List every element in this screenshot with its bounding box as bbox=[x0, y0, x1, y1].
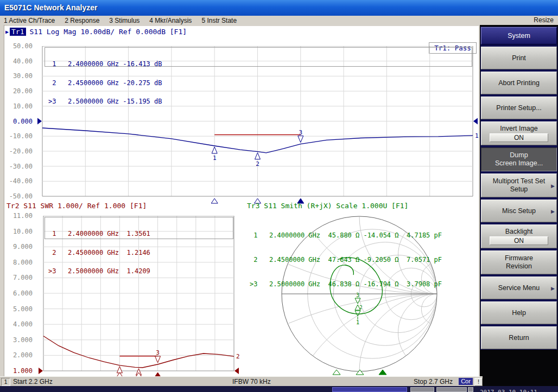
softkey-label: Backlight bbox=[505, 228, 533, 236]
softkey-firmware-revision[interactable]: FirmwareRevision bbox=[481, 250, 557, 274]
softkey-backlight-toggle[interactable]: ON bbox=[490, 236, 548, 245]
svg-text:1: 1 bbox=[213, 155, 217, 162]
tr3-marker-row: 2 2.4500000 GHz 47.643 Ω -9.2050 Ω 7.057… bbox=[250, 256, 442, 264]
menu-item-stimulus[interactable]: 3 Stimulus bbox=[109, 17, 140, 24]
y-tick-label: 50.00 bbox=[5, 42, 33, 50]
stop-frequency: Stop 2.7 GHz bbox=[414, 378, 453, 385]
tr3-marker-table: 1 2.4000000 GHz 45.880 Ω -14.054 Ω 4.718… bbox=[250, 215, 442, 305]
e5071c-window: E5071C Network Analyzer 1 Active Ch/Trac… bbox=[0, 0, 558, 392]
menu-item-active-ch-trace[interactable]: 1 Active Ch/Trace bbox=[4, 17, 55, 24]
y-tick-label: 10.00 bbox=[5, 102, 33, 110]
svg-text:2: 2 bbox=[256, 160, 259, 168]
tr1-marker-table: 1 2.4000000 GHz -16.413 dB 2 2.4500000 G… bbox=[45, 47, 472, 67]
softkey-invert-image[interactable]: Invert ImageON bbox=[481, 121, 557, 145]
y-tick-label: 10.00 bbox=[5, 228, 33, 235]
instrument-display: ▶ Tr1 S11 Log Mag 10.00dB/ Ref 0.000dB [… bbox=[4, 26, 479, 376]
tr2-marker-row: 1 2.4000000 GHz 1.3561 bbox=[48, 231, 233, 237]
y-tick-label: 7.000 bbox=[5, 274, 33, 281]
softkey-label: Screen Image... bbox=[495, 159, 543, 168]
submenu-arrow-icon: ▶ bbox=[551, 285, 555, 293]
softkey-misc-setup[interactable]: Misc Setup▶ bbox=[481, 200, 557, 222]
softkey-label: Service Menu bbox=[498, 284, 540, 292]
svg-text:3: 3 bbox=[299, 129, 302, 136]
status-bar: 1 Start 2.2 GHz IFBW 70 kHz Stop 2.7 GHz… bbox=[0, 376, 483, 386]
submenu-arrow-icon: ▶ bbox=[551, 182, 555, 190]
channel-indicator: 1 bbox=[1, 378, 10, 386]
softkey-label: Firmware bbox=[505, 254, 533, 262]
menu-item-response[interactable]: 2 Response bbox=[65, 17, 99, 24]
svg-text:1: 1 bbox=[475, 132, 478, 139]
softkey-label: Printer Setup... bbox=[496, 104, 541, 112]
y-tick-label: -20.00 bbox=[5, 147, 33, 155]
y-tick-label: 20.00 bbox=[5, 87, 33, 95]
tr1-chip: Tr1 bbox=[10, 28, 26, 36]
tr1-header[interactable]: ▶ Tr1 S11 Log Mag 10.00dB/ Ref 0.000dB [… bbox=[5, 28, 187, 36]
softkey-printer-setup[interactable]: Printer Setup... bbox=[481, 97, 557, 119]
taskbar-item[interactable] bbox=[436, 387, 467, 392]
y-tick-label: -30.00 bbox=[5, 163, 33, 170]
y-tick-label: -50.00 bbox=[5, 192, 33, 200]
softkey-help[interactable]: Help bbox=[481, 301, 557, 324]
softkey-label: Setup bbox=[510, 185, 528, 194]
softkey-dump-screen-image[interactable]: DumpScreen Image... bbox=[481, 147, 557, 171]
tr1-marker-row: >3 2.5000000 GHz -15.195 dB bbox=[48, 99, 472, 105]
taskbar-item[interactable] bbox=[410, 387, 434, 392]
softkey-label: System bbox=[508, 32, 530, 40]
tr3-marker-row: >3 2.5000000 GHz 46.838 Ω -16.794 Ω 3.79… bbox=[250, 280, 442, 288]
tr3-header[interactable]: Tr3 S11 Smith (R+jX) Scale 1.000U [F1] bbox=[247, 202, 408, 210]
y-tick-label: 5.000 bbox=[5, 305, 33, 313]
menu-item-instr-state[interactable]: 5 Instr State bbox=[201, 17, 237, 24]
y-tick-label: 3.000 bbox=[5, 336, 33, 344]
softkey-system[interactable]: System bbox=[481, 27, 557, 44]
softkey-abort-printing[interactable]: Abort Printing bbox=[481, 72, 557, 94]
tr1-marker-row: 1 2.4000000 GHz -16.413 dB bbox=[48, 61, 472, 68]
softkey-return[interactable]: Return bbox=[481, 326, 557, 349]
softkey-label: Revision bbox=[506, 262, 532, 271]
taskbar-item[interactable] bbox=[332, 387, 407, 392]
window-title: E5071C Network Analyzer bbox=[4, 3, 97, 12]
softkey-print[interactable]: Print bbox=[481, 47, 557, 69]
ifbw-readout: IFBW 70 kHz bbox=[232, 378, 271, 385]
tr2-header[interactable]: Tr2 S11 SWR 1.000/ Ref 1.000 [F1] bbox=[7, 202, 147, 210]
taskbar-item[interactable] bbox=[468, 387, 473, 392]
softkey-multiport-test-set-setup[interactable]: Multiport Test SetSetup▶ bbox=[481, 173, 557, 197]
title-bar: E5071C Network Analyzer bbox=[0, 0, 558, 16]
y-tick-label: 0.000 bbox=[5, 118, 33, 125]
y-tick-label: -10.00 bbox=[5, 132, 33, 140]
svg-text:1: 1 bbox=[356, 319, 359, 325]
softkey-label: Misc Setup bbox=[502, 207, 536, 215]
softkey-label: Multiport Test Set bbox=[493, 177, 545, 185]
y-tick-label: 4.000 bbox=[5, 320, 33, 328]
start-frequency: Start 2.2 GHz bbox=[13, 378, 53, 385]
softkey-label: Print bbox=[512, 54, 526, 62]
taskbar-sliver: 2017-03-10 10:11 bbox=[0, 386, 558, 392]
y-tick-label: 1.000 bbox=[5, 367, 33, 375]
tr1-format-label: S11 Log Mag 10.00dB/ Ref 0.000dB [F1] bbox=[30, 28, 187, 36]
menu-item-mkr-analysis[interactable]: 4 Mkr/Analysis bbox=[149, 17, 192, 24]
taskbar-clock-partial: 2017-03-10 10:11 bbox=[480, 389, 558, 392]
tr3-marker-row: 1 2.4000000 GHz 45.880 Ω -14.054 Ω 4.718… bbox=[250, 232, 442, 240]
y-tick-label: 9.000 bbox=[5, 243, 33, 250]
svg-text:2: 2 bbox=[236, 353, 239, 360]
resize-button[interactable]: Resize bbox=[534, 16, 554, 25]
warning-badge[interactable]: ! bbox=[474, 378, 483, 386]
tr2-marker-table: 1 2.4000000 GHz 1.3561 2 2.4500000 GHz 1… bbox=[45, 217, 233, 239]
softkey-backlight[interactable]: BacklightON bbox=[481, 224, 557, 248]
svg-text:3: 3 bbox=[156, 349, 160, 356]
softkey-label: Return bbox=[509, 334, 529, 342]
window-left-frame bbox=[0, 25, 4, 376]
y-tick-label: 40.00 bbox=[5, 57, 33, 65]
y-tick-label: 6.000 bbox=[5, 290, 33, 297]
y-tick-label: 2.000 bbox=[5, 351, 33, 359]
tr2-marker-row: >3 2.5000000 GHz 1.4209 bbox=[48, 268, 233, 275]
submenu-arrow-icon: ▶ bbox=[551, 208, 555, 216]
softkey-service-menu[interactable]: Service Menu▶ bbox=[481, 277, 557, 299]
softkey-invert-image-toggle[interactable]: ON bbox=[490, 133, 548, 142]
softkey-sidebar: SystemPrintAbort PrintingPrinter Setup..… bbox=[480, 25, 558, 392]
menu-bar: 1 Active Ch/Trace2 Response3 Stimulus4 M… bbox=[0, 16, 558, 25]
y-tick-label: -40.00 bbox=[5, 177, 33, 185]
active-trace-arrow-icon: ▶ bbox=[5, 29, 9, 35]
softkey-label: Abort Printing bbox=[498, 79, 540, 87]
tr1-marker-row: 2 2.4500000 GHz -20.275 dB bbox=[48, 80, 472, 87]
y-tick-label: 8.000 bbox=[5, 259, 33, 266]
